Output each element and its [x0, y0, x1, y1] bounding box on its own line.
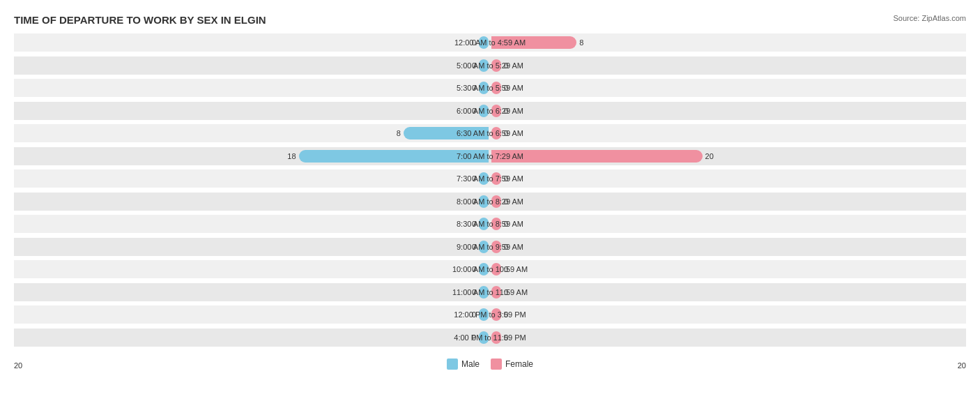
table-row: 0 5:00 AM to 5:29 AM 0 — [14, 56, 966, 75]
right-section: 0 — [490, 329, 966, 347]
time-label: 7:00 AM to 7:29 AM — [457, 152, 523, 160]
right-section: 0 — [490, 260, 966, 278]
chart-title: TIME OF DEPARTURE TO WORK BY SEX IN ELGI… — [14, 14, 966, 26]
time-label: 5:00 AM to 5:29 AM — [457, 61, 523, 70]
right-section: 0 — [490, 124, 966, 142]
left-section: 0 — [14, 102, 490, 120]
male-swatch — [447, 359, 458, 370]
axis-labels: 20 Male Female 20 — [14, 361, 966, 370]
table-row: 0 6:00 AM to 6:29 AM 0 — [14, 102, 966, 120]
time-label: 7:30 AM to 7:59 AM — [457, 174, 523, 183]
left-section: 18 — [14, 147, 490, 165]
time-label: 9:00 AM to 9:59 AM — [457, 243, 523, 251]
left-section: 0 — [14, 79, 490, 97]
table-row: 0 12:00 PM to 3:59 PM 0 — [14, 305, 966, 324]
right-section: 0 — [490, 305, 966, 324]
legend: Male Female — [447, 359, 533, 370]
left-section: 0 — [14, 56, 490, 75]
legend-female: Female — [491, 359, 533, 370]
table-row: 18 7:00 AM to 7:29 AM 20 — [14, 147, 966, 165]
left-section: 0 — [14, 238, 490, 256]
rows-container: 0 12:00 AM to 4:59 AM 8 0 5:00 AM to 5:2… — [14, 31, 966, 349]
left-section: 0 — [14, 260, 490, 278]
right-section: 0 — [490, 56, 966, 75]
left-section: 8 — [14, 124, 490, 142]
male-value: 18 — [287, 152, 296, 160]
axis-right-label: 20 — [958, 361, 966, 370]
table-row: 0 10:00 AM to 10:59 AM 0 — [14, 260, 966, 278]
left-section: 0 — [14, 33, 490, 52]
right-section: 0 — [490, 79, 966, 97]
male-label: Male — [461, 359, 480, 369]
left-section: 0 — [14, 329, 490, 347]
left-section: 0 — [14, 169, 490, 188]
right-section: 20 — [490, 147, 966, 165]
source-text: Source: ZipAtlas.com — [893, 14, 966, 22]
right-section: 0 — [490, 169, 966, 188]
left-section: 0 — [14, 193, 490, 211]
table-row: 8 6:30 AM to 6:59 AM 0 — [14, 124, 966, 142]
axis-left-label: 20 — [14, 361, 22, 370]
right-section: 8 — [490, 33, 966, 52]
table-row: 0 4:00 PM to 11:59 PM 0 — [14, 329, 966, 347]
left-section: 0 — [14, 283, 490, 301]
chart-container: TIME OF DEPARTURE TO WORK BY SEX IN ELGI… — [0, 0, 980, 415]
time-label: 10:00 AM to 10:59 AM — [452, 265, 528, 273]
right-section: 0 — [490, 283, 966, 301]
time-label: 11:00 AM to 11:59 AM — [452, 288, 528, 296]
time-label: 5:30 AM to 5:59 AM — [457, 84, 523, 92]
female-value: 8 — [579, 38, 583, 47]
time-label: 6:30 AM to 6:59 AM — [457, 129, 523, 137]
time-label: 4:00 PM to 11:59 PM — [454, 333, 526, 342]
time-label: 12:00 AM to 4:59 AM — [454, 38, 526, 47]
female-swatch — [491, 359, 502, 370]
table-row: 0 5:30 AM to 5:59 AM 0 — [14, 79, 966, 97]
male-value: 8 — [397, 129, 401, 137]
table-row: 0 12:00 AM to 4:59 AM 8 — [14, 33, 966, 52]
table-row: 0 9:00 AM to 9:59 AM 0 — [14, 238, 966, 256]
time-label: 12:00 PM to 3:59 PM — [454, 310, 526, 319]
female-value: 20 — [705, 152, 714, 160]
left-section: 0 — [14, 305, 490, 324]
right-section: 0 — [490, 238, 966, 256]
right-section: 0 — [490, 102, 966, 120]
right-section: 0 — [490, 193, 966, 211]
time-label: 6:00 AM to 6:29 AM — [457, 107, 523, 115]
table-row: 0 8:00 AM to 8:29 AM 0 — [14, 193, 966, 211]
female-label: Female — [505, 359, 533, 369]
table-row: 0 7:30 AM to 7:59 AM 0 — [14, 169, 966, 188]
table-row: 0 8:30 AM to 8:59 AM 0 — [14, 215, 966, 233]
left-section: 0 — [14, 215, 490, 233]
legend-male: Male — [447, 359, 480, 370]
right-section: 0 — [490, 215, 966, 233]
chart-area: 0 12:00 AM to 4:59 AM 8 0 5:00 AM to 5:2… — [14, 31, 966, 370]
table-row: 0 11:00 AM to 11:59 AM 0 — [14, 283, 966, 301]
time-label: 8:00 AM to 8:29 AM — [457, 197, 523, 206]
time-label: 8:30 AM to 8:59 AM — [457, 220, 523, 228]
